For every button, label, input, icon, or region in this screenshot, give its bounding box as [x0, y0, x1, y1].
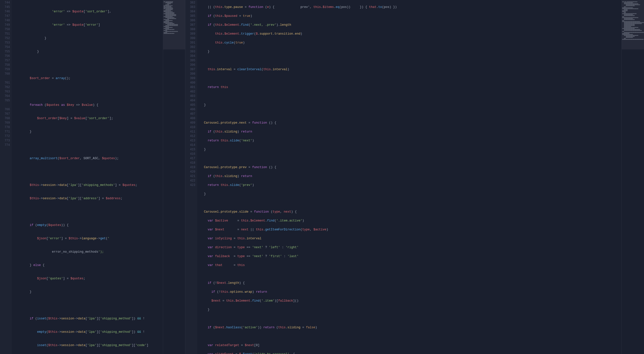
right-minimap-content: ████ ████ ████████████████████████ █████…: [622, 0, 644, 354]
left-minimap: ████ ████████████████ ████████████████ █…: [163, 0, 186, 354]
left-line-numbers: 744 745 746 747 748 749 750 751 752 753 …: [0, 0, 12, 354]
left-code-pane: 744 745 746 747 748 749 750 751 752 753 …: [0, 0, 163, 354]
right-line-numbers: 382 383 384 385 386 387 388 389 390 391 …: [186, 0, 197, 354]
right-code-content: || (this.type.pause = function (e) { pre…: [197, 0, 622, 354]
right-minimap: ████ ████ ████████████████████████ █████…: [622, 0, 644, 354]
code-editor: 744 745 746 747 748 749 750 751 752 753 …: [0, 0, 644, 354]
left-minimap-content: ████ ████████████████ ████████████████ █…: [163, 0, 185, 354]
left-code-content: 'error' => $quote['sort_order'], 'error'…: [12, 0, 163, 354]
right-code-pane: 382 383 384 385 386 387 388 389 390 391 …: [186, 0, 622, 354]
